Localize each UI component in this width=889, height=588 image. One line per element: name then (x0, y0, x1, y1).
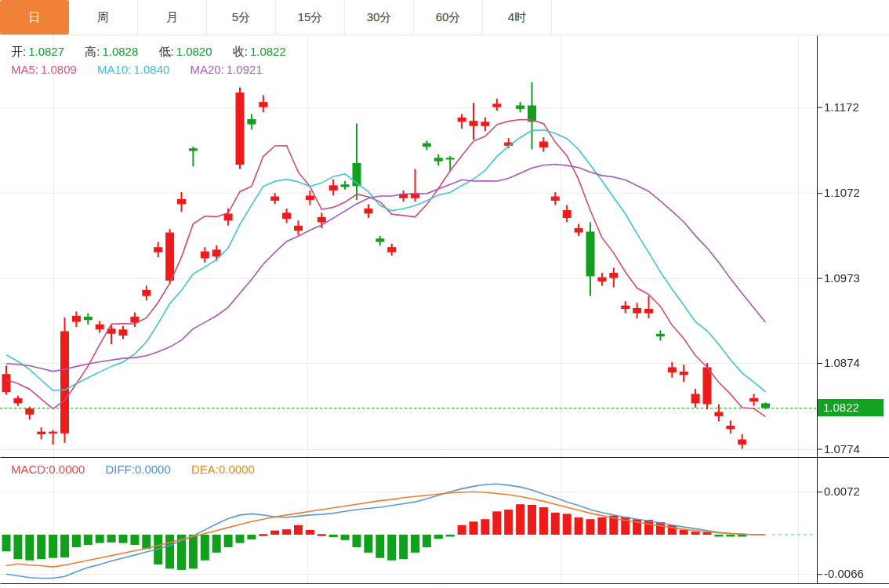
tab-day[interactable]: 日 (0, 0, 69, 34)
open-label: 开: (11, 45, 26, 58)
low-label: 低: (158, 45, 173, 58)
high-value: 1.0828 (102, 45, 138, 58)
tab-60min[interactable]: 60分 (414, 0, 483, 34)
diff-label: DIFF: (105, 463, 135, 476)
current-price-value: 1.0822 (823, 401, 859, 414)
y-axis-tick: 1.1072 (824, 186, 887, 199)
kline-canvas[interactable] (0, 35, 889, 588)
macd-value: 0.0000 (49, 463, 85, 476)
tab-15min[interactable]: 15分 (276, 0, 345, 34)
macd-axis-tick: -0.0066 (824, 567, 887, 580)
close-value: 1.0822 (250, 45, 286, 58)
tab-5min[interactable]: 5分 (207, 0, 276, 34)
current-price-badge: 1.0822 (818, 399, 884, 416)
ma20-value: 1.0921 (227, 63, 263, 76)
y-axis-tick: 1.0774 (824, 442, 887, 456)
close-label: 收: (233, 45, 248, 58)
high-label: 高: (85, 45, 100, 58)
ma10-label: MA10: (97, 63, 131, 76)
ma5-label: MA5: (11, 63, 38, 76)
macd-axis-tick: 0.0072 (824, 485, 887, 498)
tab-30min[interactable]: 30分 (345, 0, 414, 34)
y-axis-tick: 1.1172 (824, 100, 887, 114)
macd-legend: MACD:0.0000 DIFF:0.0000 DEA:0.0000 (11, 463, 272, 476)
chart-area: 开:1.0827 高:1.0828 低:1.0820 收:1.0822 MA5:… (0, 35, 889, 588)
timeframe-tabbar: 日 周 月 5分 15分 30分 60分 4时 (0, 0, 889, 35)
diff-value: 0.0000 (135, 463, 171, 476)
open-value: 1.0827 (28, 45, 64, 58)
y-axis-tick: 1.0874 (824, 356, 887, 369)
tab-week[interactable]: 周 (69, 0, 138, 34)
ma10-value: 1.0840 (133, 63, 169, 76)
low-value: 1.0820 (176, 45, 212, 58)
dea-value: 0.0000 (219, 463, 255, 476)
ohlc-legend: 开:1.0827 高:1.0828 低:1.0820 收:1.0822 (11, 45, 303, 60)
ma-legend: MA5:1.0809 MA10:1.0840 MA20:1.0921 (11, 63, 280, 76)
y-axis-tick: 1.0973 (824, 271, 887, 285)
macd-label: MACD: (11, 463, 49, 476)
tab-month[interactable]: 月 (138, 0, 207, 34)
tab-4hour[interactable]: 4时 (483, 0, 552, 34)
ma5-value: 1.0809 (41, 63, 77, 76)
dea-label: DEA: (191, 463, 219, 476)
ma20-label: MA20: (190, 63, 224, 76)
